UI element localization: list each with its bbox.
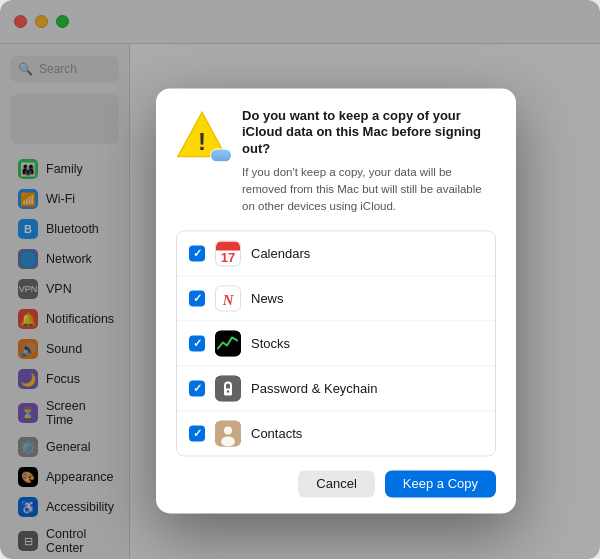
dialog-description: If you don't keep a copy, your data will… [242, 165, 496, 215]
svg-text:N: N [222, 292, 235, 308]
stocks-app-icon [215, 331, 241, 357]
keep-copy-button[interactable]: Keep a Copy [385, 471, 496, 498]
svg-point-10 [221, 437, 235, 447]
password-app-icon [215, 376, 241, 402]
news-app-icon: N [215, 286, 241, 312]
password-label: Password & Keychain [251, 381, 377, 396]
list-item[interactable]: 17 Calendars [177, 232, 495, 277]
icloud-items-list: 17 Calendars N News [176, 231, 496, 457]
calendars-app-icon: 17 [215, 241, 241, 267]
list-item[interactable]: Contacts [177, 412, 495, 456]
contacts-app-icon [215, 421, 241, 447]
news-checkbox[interactable] [189, 291, 205, 307]
main-window: 🔍 Search 👨‍👩‍👧 Family 📶 Wi-Fi B Bluetoot… [0, 0, 600, 559]
list-item[interactable]: N News [177, 277, 495, 322]
password-checkbox[interactable] [189, 381, 205, 397]
calendars-checkbox[interactable] [189, 246, 205, 262]
dialog-header: ! Do you want to keep a copy of your iCl… [176, 108, 496, 215]
calendars-label: Calendars [251, 246, 310, 261]
dialog-text-block: Do you want to keep a copy of your iClou… [242, 108, 496, 215]
list-item[interactable]: Password & Keychain [177, 367, 495, 412]
dialog-title: Do you want to keep a copy of your iClou… [242, 108, 496, 159]
svg-point-9 [224, 427, 232, 435]
news-label: News [251, 291, 284, 306]
stocks-checkbox[interactable] [189, 336, 205, 352]
list-item[interactable]: Stocks [177, 322, 495, 367]
contacts-label: Contacts [251, 426, 302, 441]
contacts-checkbox[interactable] [189, 426, 205, 442]
cancel-button[interactable]: Cancel [298, 471, 374, 498]
icloud-dialog: ! Do you want to keep a copy of your iCl… [156, 88, 516, 514]
stocks-label: Stocks [251, 336, 290, 351]
dialog-buttons: Cancel Keep a Copy [176, 471, 496, 498]
warning-icon: ! [176, 108, 228, 160]
svg-text:!: ! [198, 128, 206, 155]
svg-point-7 [227, 390, 229, 392]
